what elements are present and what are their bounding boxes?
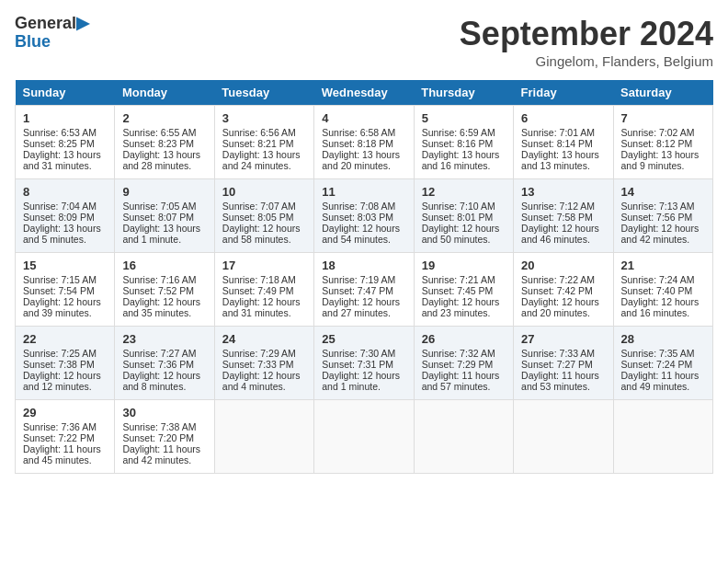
day-info-line: Daylight: 12 hours [621, 296, 705, 307]
day-number: 9 [122, 185, 206, 199]
day-info-line: Sunset: 7:24 PM [621, 359, 705, 370]
day-info-line: Sunset: 7:36 PM [122, 359, 206, 370]
day-info-line: Sunset: 8:25 PM [23, 138, 107, 149]
calendar-day-20: 20Sunrise: 7:22 AMSunset: 7:42 PMDayligh… [514, 253, 613, 327]
calendar-day-2: 2Sunrise: 6:55 AMSunset: 8:23 PMDaylight… [115, 106, 214, 179]
day-info-line: and 1 minute. [322, 381, 405, 392]
day-info-line: Daylight: 11 hours [621, 370, 705, 381]
day-info-line: Sunrise: 7:04 AM [23, 201, 107, 212]
day-info-line: Sunset: 7:45 PM [422, 285, 506, 296]
calendar-day-24: 24Sunrise: 7:29 AMSunset: 7:33 PMDayligh… [214, 327, 313, 400]
day-info-line: Sunset: 7:27 PM [521, 359, 605, 370]
day-info-line: Sunset: 8:23 PM [122, 138, 206, 149]
day-info-line: Daylight: 12 hours [422, 223, 506, 234]
day-header-wednesday: Wednesday [314, 80, 414, 106]
day-info-line: Sunset: 8:16 PM [422, 138, 506, 149]
day-info-line: and 54 minutes. [322, 234, 405, 245]
day-info-line: Sunset: 7:29 PM [422, 359, 506, 370]
day-info-line: Daylight: 11 hours [521, 370, 605, 381]
day-info-line: Sunrise: 7:19 AM [322, 274, 405, 285]
day-number: 6 [521, 111, 605, 125]
calendar-day-27: 27Sunrise: 7:33 AMSunset: 7:27 PMDayligh… [514, 327, 613, 400]
calendar-day-21: 21Sunrise: 7:24 AMSunset: 7:40 PMDayligh… [613, 253, 712, 327]
day-info-line: Daylight: 12 hours [322, 370, 405, 381]
day-info-line: Sunrise: 7:12 AM [521, 201, 605, 212]
day-number: 16 [122, 259, 206, 272]
day-info-line: Daylight: 12 hours [222, 370, 306, 381]
day-info-line: Daylight: 13 hours [122, 223, 206, 234]
day-info-line: Sunrise: 7:38 AM [122, 421, 206, 432]
day-info-line: Daylight: 12 hours [23, 296, 107, 307]
day-info-line: and 20 minutes. [322, 160, 405, 171]
day-info-line: Sunrise: 7:18 AM [222, 274, 306, 285]
day-info-line: and 16 minutes. [422, 160, 506, 171]
day-info-line: and 13 minutes. [521, 160, 605, 171]
day-info-line: Sunset: 7:42 PM [521, 285, 605, 296]
day-number: 28 [621, 332, 705, 346]
day-info-line: Sunrise: 7:21 AM [422, 274, 506, 285]
day-info-line: Sunset: 7:56 PM [621, 212, 705, 223]
calendar-header-row: SundayMondayTuesdayWednesdayThursdayFrid… [16, 80, 713, 106]
day-info-line: and 31 minutes. [23, 160, 107, 171]
calendar-day-4: 4Sunrise: 6:58 AMSunset: 8:18 PMDaylight… [314, 106, 414, 179]
day-info-line: Sunrise: 7:10 AM [422, 201, 506, 212]
day-number: 3 [222, 111, 306, 125]
day-info-line: and 35 minutes. [122, 307, 206, 318]
day-number: 1 [23, 111, 107, 125]
day-info-line: Sunset: 8:21 PM [222, 138, 306, 149]
day-info-line: Sunrise: 7:02 AM [621, 127, 705, 138]
calendar-day-3: 3Sunrise: 6:56 AMSunset: 8:21 PMDaylight… [214, 106, 313, 179]
day-info-line: Sunrise: 7:13 AM [621, 201, 705, 212]
day-info-line: Sunrise: 7:32 AM [422, 348, 506, 359]
day-info-line: Sunset: 7:52 PM [122, 285, 206, 296]
calendar-day-8: 8Sunrise: 7:04 AMSunset: 8:09 PMDaylight… [16, 179, 115, 253]
day-info-line: and 27 minutes. [322, 307, 405, 318]
day-info-line: Sunrise: 7:35 AM [621, 348, 705, 359]
calendar-day-9: 9Sunrise: 7:05 AMSunset: 8:07 PMDaylight… [115, 179, 214, 253]
day-info-line: Sunrise: 7:01 AM [521, 127, 605, 138]
day-number: 18 [322, 259, 405, 272]
day-number: 19 [422, 259, 506, 272]
day-number: 23 [122, 332, 206, 346]
day-number: 20 [521, 259, 605, 272]
calendar-day-5: 5Sunrise: 6:59 AMSunset: 8:16 PMDaylight… [414, 106, 513, 179]
day-header-saturday: Saturday [613, 80, 712, 106]
day-info-line: Daylight: 13 hours [122, 149, 206, 160]
day-info-line: Sunrise: 7:25 AM [23, 348, 107, 359]
day-info-line: Sunset: 8:05 PM [222, 212, 306, 223]
day-info-line: and 8 minutes. [122, 381, 206, 392]
logo-general: General [15, 14, 76, 32]
calendar-day-30: 30Sunrise: 7:38 AMSunset: 7:20 PMDayligh… [115, 400, 214, 474]
day-info-line: Sunrise: 6:56 AM [222, 127, 306, 138]
day-info-line: Daylight: 13 hours [521, 149, 605, 160]
day-info-line: and 20 minutes. [521, 307, 605, 318]
day-header-thursday: Thursday [414, 80, 513, 106]
calendar-day-16: 16Sunrise: 7:16 AMSunset: 7:52 PMDayligh… [115, 253, 214, 327]
day-info-line: Sunset: 8:09 PM [23, 212, 107, 223]
calendar-week-5: 29Sunrise: 7:36 AMSunset: 7:22 PMDayligh… [16, 400, 713, 474]
day-info-line: Sunrise: 7:24 AM [621, 274, 705, 285]
day-info-line: and 31 minutes. [222, 307, 306, 318]
day-info-line: Sunrise: 7:07 AM [222, 201, 306, 212]
calendar-empty-cell [214, 400, 313, 474]
day-number: 10 [222, 185, 306, 199]
day-info-line: Daylight: 12 hours [422, 296, 506, 307]
day-info-line: and 49 minutes. [621, 381, 705, 392]
calendar-day-17: 17Sunrise: 7:18 AMSunset: 7:49 PMDayligh… [214, 253, 313, 327]
day-info-line: Sunrise: 7:29 AM [222, 348, 306, 359]
day-number: 30 [122, 406, 206, 419]
day-info-line: Sunrise: 7:05 AM [122, 201, 206, 212]
calendar-body: 1Sunrise: 6:53 AMSunset: 8:25 PMDaylight… [16, 106, 713, 474]
day-info-line: Sunrise: 6:55 AM [122, 127, 206, 138]
calendar-week-4: 22Sunrise: 7:25 AMSunset: 7:38 PMDayligh… [16, 327, 713, 400]
day-info-line: and 39 minutes. [23, 307, 107, 318]
logo-icon-shape: ▶ [76, 14, 89, 32]
day-info-line: and 4 minutes. [222, 381, 306, 392]
day-info-line: Daylight: 12 hours [521, 223, 605, 234]
day-info-line: Sunrise: 7:36 AM [23, 421, 107, 432]
calendar-empty-cell [414, 400, 513, 474]
day-info-line: Sunrise: 7:30 AM [322, 348, 405, 359]
day-number: 4 [322, 111, 405, 125]
day-info-line: Sunset: 7:20 PM [122, 432, 206, 443]
day-info-line: Daylight: 12 hours [322, 223, 405, 234]
